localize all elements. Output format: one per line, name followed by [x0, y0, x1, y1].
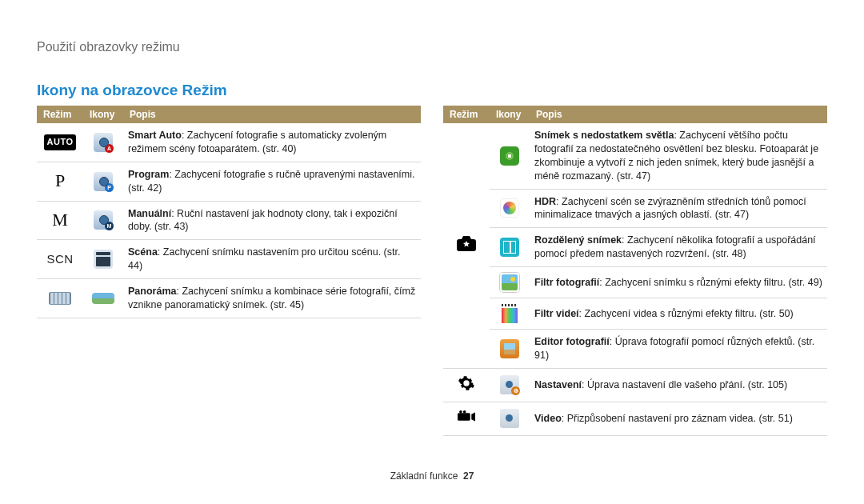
table-row: Panoráma: Zachycení snímku a kombinace s…: [37, 279, 421, 318]
left-column: Režim Ikony Popis AUTO A Smart Auto: Zac…: [37, 106, 421, 436]
table-row: SCN Scéna: Zachycení snímku nastavením p…: [37, 240, 421, 279]
photo-filter-icon: [500, 273, 519, 292]
table-row: ⚙ Nastavení: Úprava nastavení dle vašeho…: [443, 368, 827, 402]
scene-icon: [94, 250, 113, 269]
row-title: Program: [128, 169, 169, 180]
video-filter-icon: [500, 304, 519, 323]
manual-icon: M: [94, 210, 113, 230]
table-row: Snímek s nedostatkem světla: Zachycení v…: [443, 123, 827, 189]
mode-table-right: Režim Ikony Popis Snímek s nedostatkem s…: [443, 106, 827, 436]
row-title: Snímek s nedostatkem světla: [534, 130, 674, 141]
panorama-icon: [92, 293, 114, 304]
svg-point-0: [459, 410, 462, 414]
program-icon: P: [94, 172, 113, 191]
smart-auto-icon: A: [94, 133, 113, 152]
table-row: Video: Přizpůsobení nastavení pro záznam…: [443, 402, 827, 435]
photo-editor-icon: [500, 339, 519, 358]
mode-p-icon: P: [44, 173, 76, 189]
th-icons: Ikony: [83, 106, 123, 123]
row-title: Smart Auto: [128, 130, 182, 141]
footer-label: Základní funkce: [390, 470, 458, 482]
mode-m-icon: M: [44, 211, 76, 227]
breadcrumb: Použití obrazovky režimu: [37, 40, 827, 54]
table-row: HDR: Zachycení scén se zvýrazněním střed…: [443, 189, 827, 228]
mode-panorama-icon: [49, 292, 71, 305]
right-column: Režim Ikony Popis Snímek s nedostatkem s…: [443, 106, 827, 436]
page-footer: Základní funkce 27: [0, 470, 864, 482]
table-row: AUTO A Smart Auto: Zachycení fotografie …: [37, 123, 421, 162]
row-text: : Přizpůsobení nastavení pro záznam vide…: [562, 413, 793, 424]
split-shot-icon: [500, 238, 519, 257]
th-desc: Popis: [123, 106, 421, 123]
row-text: : Zachycení snímku s různými efekty filt…: [599, 277, 822, 288]
hdr-icon: [500, 198, 519, 218]
th-mode: Režim: [37, 106, 83, 123]
th-desc: Popis: [530, 106, 827, 123]
page-heading: Ikony na obrazovce Režim: [37, 82, 827, 99]
mode-auto-icon: AUTO: [44, 134, 77, 150]
row-title: Manuální: [128, 208, 171, 219]
mode-settings-icon: [458, 383, 475, 394]
row-text: : Úprava nastavení dle vašeho přání. (st…: [582, 379, 787, 390]
row-title: HDR: [534, 196, 556, 207]
row-text: : Zachycení videa s různými efekty filtr…: [579, 308, 794, 319]
table-row: Filtr videí: Zachycení videa s různými e…: [443, 298, 827, 330]
row-text: : Zachycení fotografie s ručně upraveným…: [128, 169, 415, 194]
table-row: Filtr fotografií: Zachycení snímku s růz…: [443, 267, 827, 298]
th-icons: Ikony: [490, 106, 530, 123]
mode-table-left: Režim Ikony Popis AUTO A Smart Auto: Zac…: [37, 106, 421, 318]
row-text: : Zachycení scén se zvýrazněním středníc…: [534, 196, 806, 221]
table-row: Rozdělený snímek: Zachycení několika fot…: [443, 228, 827, 267]
low-light-icon: [500, 146, 519, 166]
row-title: Editor fotografií: [534, 336, 610, 347]
row-title: Filtr videí: [534, 308, 579, 319]
row-title: Video: [534, 413, 562, 424]
row-text: : Zachycení snímku nastavením pro určito…: [128, 246, 400, 271]
mode-magic-icon: [456, 244, 477, 255]
row-title: Filtr fotografií: [534, 277, 599, 288]
row-title: Rozdělený snímek: [534, 234, 622, 246]
settings-icon: ⚙: [500, 375, 519, 394]
table-row: Editor fotografií: Úprava fotografií pom…: [443, 330, 827, 369]
row-title: Nastavení: [534, 379, 582, 390]
mode-scn-icon: SCN: [43, 251, 76, 267]
th-mode: Režim: [443, 106, 490, 123]
svg-point-1: [463, 410, 466, 414]
video-icon: [500, 409, 519, 428]
mode-video-icon: [458, 417, 475, 428]
row-title: Panoráma: [128, 286, 176, 297]
table-row: P P Program: Zachycení fotografie s ručn…: [37, 162, 421, 201]
footer-page: 27: [463, 470, 474, 482]
row-title: Scéna: [128, 246, 158, 258]
table-row: M M Manuální: Ruční nastavení jak hodnot…: [37, 201, 421, 240]
